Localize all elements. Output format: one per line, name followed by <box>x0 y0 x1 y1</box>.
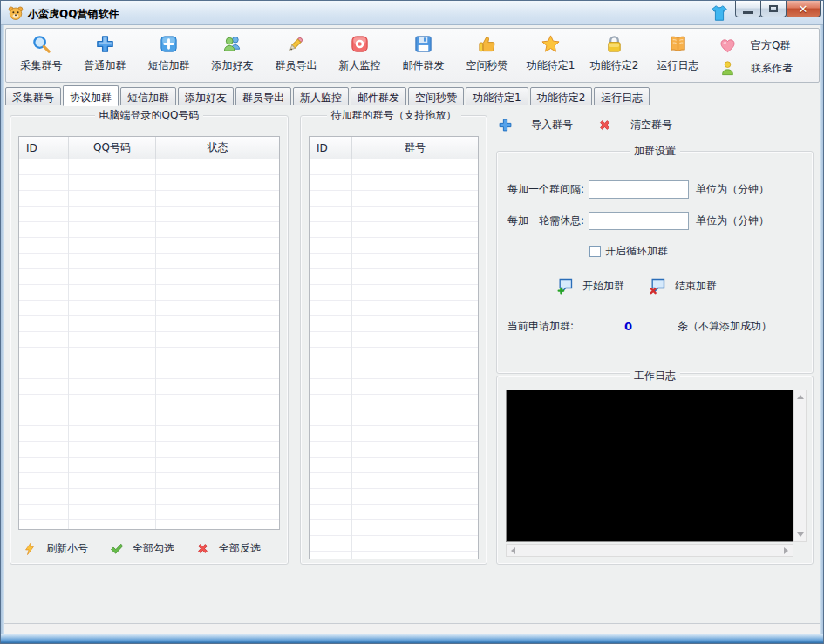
interval-input[interactable] <box>589 180 689 199</box>
logged-qq-groupbox: 电脑端登录的QQ号码 ID QQ号码 状态 刷新小号 <box>10 115 289 565</box>
column-header-group[interactable]: 群号 <box>352 137 478 159</box>
plus-square-icon <box>159 34 179 54</box>
column-header-id[interactable]: ID <box>310 137 352 159</box>
toolbar-item-export-members[interactable]: 群员导出 <box>264 32 328 79</box>
main-toolbar: 采集群号 普通加群 短信加群 添加好友 群员导出 新人监控 <box>5 28 820 83</box>
toolbar-item-label: 邮件群发 <box>403 58 445 73</box>
toolbar-item-label: 运行日志 <box>657 58 699 73</box>
toolbar-item-label: 空间秒赞 <box>466 58 508 73</box>
scroll-right-icon[interactable] <box>780 545 792 556</box>
maximize-icon <box>769 5 778 12</box>
toolbar-item-label: 功能待定1 <box>527 58 575 73</box>
contact-author-link[interactable]: 联系作者 <box>716 57 810 79</box>
rest-unit-label: 单位为（分钟） <box>696 214 769 228</box>
toolbar-item-newcomer-monitor[interactable]: 新人监控 <box>328 32 392 79</box>
table-body[interactable] <box>310 159 478 559</box>
table-body[interactable] <box>19 159 279 529</box>
column-header-id[interactable]: ID <box>19 137 69 159</box>
tab-protocol-join[interactable]: 协议加群 <box>63 85 119 106</box>
logged-qq-title: 电脑端登录的QQ号码 <box>95 109 204 121</box>
tab-run-log[interactable]: 运行日志 <box>594 87 650 105</box>
clear-groups-button[interactable]: 清空群号 <box>597 118 672 132</box>
start-join-button[interactable]: 开始加群 <box>556 277 624 295</box>
toolbar-item-mass-email[interactable]: 邮件群发 <box>392 32 455 79</box>
window-border-bottom <box>1 634 823 643</box>
toolbar-item-qzone-like[interactable]: 空间秒赞 <box>455 32 519 79</box>
tab-collect-groups[interactable]: 采集群号 <box>5 87 61 105</box>
toolbar-item-label: 新人监控 <box>339 58 381 73</box>
refresh-accounts-button[interactable]: 刷新小号 <box>23 541 88 556</box>
log-horizontal-scrollbar[interactable] <box>506 544 793 557</box>
toolbar-item-pending1[interactable]: 功能待定1 <box>519 32 582 79</box>
floppy-icon <box>413 34 433 54</box>
toolbar-item-normal-join[interactable]: 普通加群 <box>73 32 137 79</box>
counter-row: 当前申请加群: 0 条（不算添加成功） <box>507 319 804 334</box>
counter-suffix: 条（不算添加成功） <box>678 319 772 334</box>
account-actions: 刷新小号 全部勾选 全部反选 <box>23 541 282 556</box>
start-stop-row: 开始加群 结束加群 <box>556 277 717 295</box>
pencil-icon <box>286 34 306 54</box>
toolbar-item-collect-groups[interactable]: 采集群号 <box>10 32 73 79</box>
skin-shirt-icon[interactable] <box>709 3 730 23</box>
toolbar-item-pending2[interactable]: 功能待定2 <box>582 32 646 79</box>
maximize-button[interactable] <box>760 1 787 17</box>
tab-export-members[interactable]: 群员导出 <box>235 87 291 105</box>
title-bar: 小蛮虎QQ营销软件 ✕ <box>1 1 823 25</box>
interval-label: 每加一个群间隔: <box>507 182 584 197</box>
tab-sms-join[interactable]: 短信加群 <box>120 87 176 105</box>
column-header-status[interactable]: 状态 <box>156 137 279 159</box>
minimize-icon <box>743 11 753 14</box>
check-all-button[interactable]: 全部勾选 <box>109 541 174 556</box>
tab-qzone-like[interactable]: 空间秒赞 <box>408 87 464 105</box>
tab-pending1[interactable]: 功能待定1 <box>466 87 528 105</box>
toolbar-item-label: 普通加群 <box>85 58 126 73</box>
column-header-qq[interactable]: QQ号码 <box>69 137 156 159</box>
work-log-groupbox: 工作日志 <box>496 376 814 565</box>
plus-icon <box>498 118 513 132</box>
tab-add-friends[interactable]: 添加好友 <box>178 87 234 105</box>
join-settings-groupbox: 加群设置 每加一个群间隔: 单位为（分钟） 每加一轮需休息: 单位为（分钟） 开… <box>496 151 814 374</box>
loop-checkbox[interactable] <box>589 246 601 257</box>
close-button[interactable]: ✕ <box>786 1 821 17</box>
stop-join-button[interactable]: 结束加群 <box>649 277 717 295</box>
scroll-down-icon[interactable] <box>794 529 806 540</box>
interval-unit-label: 单位为（分钟） <box>696 182 769 197</box>
search-icon <box>31 34 51 54</box>
invert-selection-label: 全部反选 <box>219 541 261 556</box>
logged-qq-table[interactable]: ID QQ号码 状态 <box>18 136 280 530</box>
column-divider <box>68 159 69 529</box>
clear-groups-label: 清空群号 <box>630 118 672 132</box>
red-x-icon <box>597 118 612 132</box>
record-icon <box>350 34 370 54</box>
official-qq-group-label: 官方Q群 <box>751 38 790 53</box>
pending-groups-table[interactable]: ID 群号 <box>309 136 479 559</box>
app-window: 小蛮虎QQ营销软件 ✕ 采集群号 普通加群 短信加群 <box>0 0 824 644</box>
pending-groups-title: 待加群的群号（支持拖放） <box>327 109 461 121</box>
toolbar-item-add-friends[interactable]: 添加好友 <box>201 32 264 79</box>
column-divider <box>155 159 156 529</box>
toolbar-items: 采集群号 普通加群 短信加群 添加好友 群员导出 新人监控 <box>10 32 710 79</box>
thumbs-up-icon <box>477 34 497 54</box>
work-log-area[interactable] <box>506 390 793 542</box>
log-vertical-scrollbar[interactable] <box>793 390 807 542</box>
stop-join-label: 结束加群 <box>675 279 717 294</box>
toolbar-item-sms-join[interactable]: 短信加群 <box>137 32 201 79</box>
tab-pending2[interactable]: 功能待定2 <box>530 87 593 105</box>
scroll-left-icon[interactable] <box>507 545 519 556</box>
rest-label: 每加一轮需休息: <box>507 214 584 228</box>
tab-newcomer-monitor[interactable]: 新人监控 <box>293 87 349 105</box>
tab-content: 电脑端登录的QQ号码 ID QQ号码 状态 刷新小号 <box>4 105 821 625</box>
rest-input[interactable] <box>589 212 689 230</box>
tab-mass-email[interactable]: 邮件群发 <box>351 87 406 105</box>
toolbar-item-run-log[interactable]: 运行日志 <box>646 32 710 79</box>
book-icon <box>668 34 688 54</box>
window-border-left <box>1 25 4 634</box>
minimize-button[interactable] <box>735 1 761 17</box>
toolbar-item-label: 功能待定2 <box>590 58 639 73</box>
import-groups-button[interactable]: 导入群号 <box>498 118 573 132</box>
scroll-up-icon[interactable] <box>794 391 806 403</box>
invert-selection-button[interactable]: 全部反选 <box>195 541 261 556</box>
tiger-logo-icon <box>8 5 24 21</box>
person-icon <box>719 60 736 77</box>
official-qq-group-link[interactable]: 官方Q群 <box>716 34 810 57</box>
